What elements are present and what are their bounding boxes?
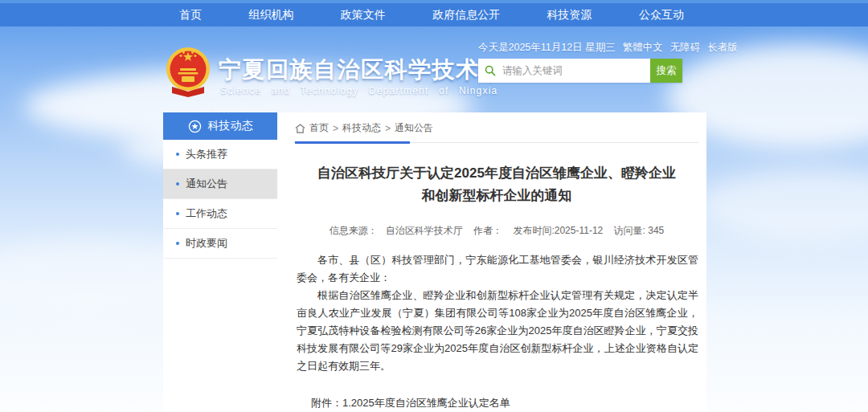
sidebar-item-label: 工作动态 (186, 206, 227, 221)
link-accessibility[interactable]: 无障碍 (670, 41, 701, 55)
nav-item-policy-documents[interactable]: 政策文件 (333, 8, 394, 22)
sidebar-item-label: 时政要闻 (186, 236, 227, 251)
article-title-line1: 自治区科技厅关于认定2025年度自治区雏鹰企业、瞪羚企业 (298, 162, 695, 185)
nav-item-home[interactable]: 首页 (171, 8, 210, 22)
article-panel: 首页 > 科技动态 > 通知公告 自治区科技厅关于认定2025年度自治区雏鹰企业… (287, 112, 706, 412)
article-paragraph: 根据自治区雏鹰企业、瞪羚企业和创新型标杆企业认定管理有关规定，决定认定半亩良人农… (297, 287, 698, 375)
meta-author-label: 作者： (473, 225, 502, 236)
bullet-dot-icon (176, 153, 179, 156)
nav-item-government-info[interactable]: 政府信息公开 (424, 8, 508, 22)
article-paragraph: 各市、县（区）科技管理部门，宁东能源化工基地管委会，银川经济技术开发区管委会，各… (297, 251, 698, 287)
attachment-link-1[interactable]: 1.2025年度自治区雏鹰企业认定名单 (342, 394, 542, 411)
national-emblem-logo (164, 45, 212, 98)
sidebar-item-label: 头条推荐 (186, 147, 227, 161)
main-content-wrapper: 科技动态 头条推荐 通知公告 工作动态 时政要闻 首页 > 科技动态 (163, 112, 706, 412)
sidebar-item-label: 通知公告 (186, 177, 227, 191)
breadcrumb-notices[interactable]: 通知公告 (395, 121, 433, 135)
bullet-dot-icon (176, 212, 179, 215)
bullet-dot-icon (176, 182, 179, 186)
breadcrumb-home[interactable]: 首页 (309, 121, 329, 135)
sidebar-item-political-news[interactable]: 时政要闻 (163, 229, 277, 259)
link-traditional-chinese[interactable]: 繁體中文 (623, 41, 663, 55)
breadcrumb-separator: > (385, 123, 391, 134)
breadcrumb: 首页 > 科技动态 > 通知公告 (293, 112, 698, 143)
bullet-dot-icon (176, 242, 179, 245)
attachments-section: 附件： 1.2025年度自治区雏鹰企业认定名单 2.2025年度自治区瞪羚企业认… (311, 394, 706, 412)
sidebar: 科技动态 头条推荐 通知公告 工作动态 时政要闻 (163, 112, 277, 259)
meta-source-label: 信息来源： (330, 225, 378, 236)
search-bar: 搜索 (478, 59, 682, 83)
header-dateline: 今天是2025年11月12日 星期三 繁體中文 无障碍 长者版 (478, 41, 694, 55)
home-icon (295, 124, 305, 133)
search-box (478, 59, 650, 83)
search-icon (485, 65, 496, 76)
current-date: 今天是2025年11月12日 星期三 (478, 41, 616, 55)
search-button[interactable]: 搜索 (650, 59, 682, 83)
nav-item-tech-resources[interactable]: 科技资源 (539, 8, 600, 22)
search-input[interactable] (501, 64, 650, 77)
article-body: 各市、县（区）科技管理部门，宁东能源化工基地管委会，银川经济技术开发区管委会，各… (297, 251, 698, 375)
sidebar-item-work-updates[interactable]: 工作动态 (163, 199, 277, 229)
meta-publish-time: 发布时间:2025-11-12 (513, 225, 603, 236)
breadcrumb-tech-news[interactable]: 科技动态 (342, 121, 381, 135)
link-elder-version[interactable]: 长者版 (707, 41, 738, 55)
site-subtitle-english: Science and Technology Department of Nin… (220, 85, 497, 96)
nav-item-organization[interactable]: 组织机构 (240, 8, 301, 22)
article-title-line2: 和创新型标杆企业的通知 (298, 185, 695, 207)
attachments-label: 附件： (311, 394, 342, 412)
nav-item-public-interaction[interactable]: 公众互动 (631, 8, 692, 22)
article-meta: 信息来源：自治区科学技术厅 作者： 发布时间:2025-11-12 访问量: 3… (287, 224, 706, 238)
sidebar-header: 科技动态 (163, 112, 277, 140)
sidebar-item-notices[interactable]: 通知公告 (163, 169, 277, 199)
attachments-list: 1.2025年度自治区雏鹰企业认定名单 2.2025年度自治区瞪羚企业认定名单 … (342, 394, 542, 412)
breadcrumb-active-underline (295, 141, 410, 144)
top-navigation-bar: 首页 组织机构 政策文件 政府信息公开 科技资源 公众互动 (0, 3, 868, 27)
meta-visit-count: 访问量: 345 (614, 225, 665, 236)
meta-source: 自治区科学技术厅 (386, 225, 463, 236)
sidebar-item-headlines[interactable]: 头条推荐 (163, 140, 277, 169)
site-title: 宁夏回族自治区科学技术厅 (219, 55, 503, 85)
star-badge-icon (188, 120, 202, 133)
top-navigation-items: 首页 组织机构 政策文件 政府信息公开 科技资源 公众互动 (171, 3, 692, 27)
breadcrumb-separator: > (333, 123, 338, 134)
article-title: 自治区科技厅关于认定2025年度自治区雏鹰企业、瞪羚企业 和创新型标杆企业的通知 (298, 162, 695, 207)
sidebar-title: 科技动态 (208, 119, 253, 133)
